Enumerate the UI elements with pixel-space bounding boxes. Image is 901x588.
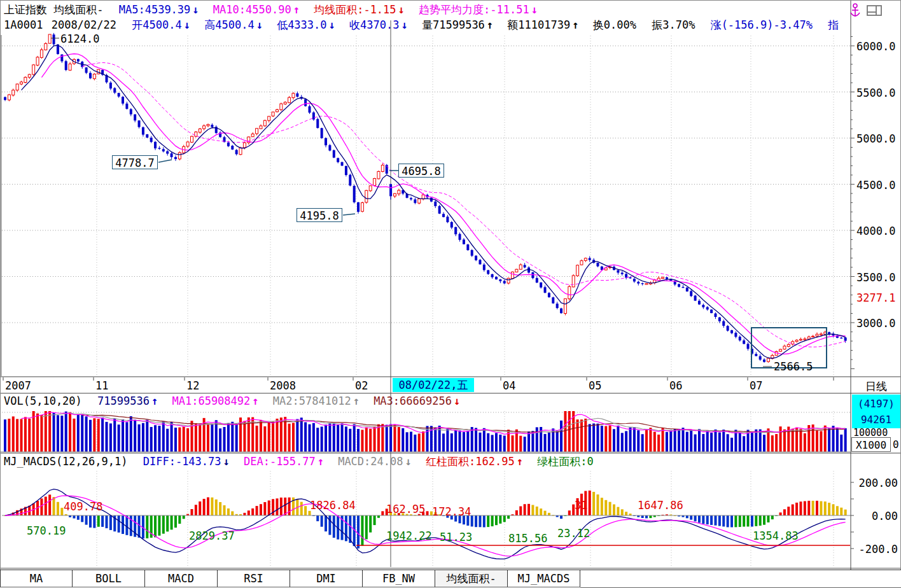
tab-bar-filler [580,570,901,588]
clipped-tail-text: 指 [828,18,839,31]
low-arrow-icon: ↓ [329,18,335,31]
quote-date: 2008/02/22 [52,18,116,31]
peak-price-label: 6124.0 [60,32,99,45]
price-axis-label: 6000.0 [856,40,898,52]
anchor-icon[interactable] [851,4,860,17]
price-axis-label: 5000.0 [856,132,898,144]
date-axis-label: 2007 [5,379,31,392]
high-value: 高4500.4 [204,18,254,31]
change-value: 涨(-156.9)-3.47% [711,18,813,31]
close-value: 收4370.3 [349,18,399,31]
macd-area-annotation: 162.95 [386,503,425,515]
low-value: 低4333.0 [277,18,326,31]
macd-area-annotation: 23.12 [557,527,590,540]
macd-axis-label: -200.0 [853,543,898,554]
macd-area-annotation: 1942.22 [386,529,432,542]
vol-indicator-label: VOL(5,10,20) [4,395,82,407]
price-axis-label: 4500.0 [856,179,898,190]
macd-area-annotation: 172.34 [432,505,471,518]
volume-axis-zero-label: 0 [893,438,899,451]
macd-area-annotation: 409.78 [64,500,102,513]
jul-low-price-label: 2566.5 [774,360,813,373]
vol-ma1-arrow-icon: ↑ [252,395,258,407]
date-axis-label: 05 [589,379,601,392]
green-bar-area-value: 绿柱面积:0 [537,455,593,468]
trend-arrow-icon: ↓ [531,3,538,16]
tab-macd[interactable]: MACD [145,570,218,587]
red-area-arrow-icon: ↑ [517,455,523,468]
selected-date-highlight: 08/02/22,五 [393,378,474,392]
macd-indicator-label: MJ_MACDS(12,26,9,1) [4,455,127,468]
vol-ma2-value: MA2:57841012 [273,395,351,407]
price-axis-label: 3000.0 [856,317,898,328]
price-axis-label: 3500.0 [856,271,898,283]
amount-value: 额11101739 [507,18,570,31]
index-title: 上证指数 均线面积- [4,3,103,16]
open-arrow-icon: ↓ [184,18,190,31]
cursor-info-box: (4197) 94261 [852,395,900,428]
amplitude-value: 振3.70% [652,18,695,31]
vol-value: 71599536 [97,395,150,407]
vol-arrow-icon: ↑ [151,395,158,407]
macd-header: MJ_MACDS(12,26,9,1) DIFF:-143.73↓ DEA:-1… [4,454,849,470]
date-axis-label: 12 [186,379,199,392]
period-label[interactable]: 日线 [852,379,900,394]
macd-axis-label: 200.00 [853,477,898,488]
tab--[interactable]: 均线面积- [435,570,508,587]
turnover-value: 换0.00% [593,18,636,31]
volume-unit-box: X1000 [851,437,891,452]
date-axis-label: 11 [95,379,108,392]
diff-value: DIFF:-143.73 [143,455,221,468]
ma-area-value: 均线面积:-1.15 [314,3,396,16]
date-axis-label: 04 [503,379,515,392]
ma10-value: MA10:4550.90 [213,3,291,16]
date-axis-label: 07 [750,379,762,392]
diff-arrow-icon: ↓ [223,455,230,468]
macd-area-annotation: 570.19 [27,524,66,537]
macd-axis-label: 0.00 [853,510,898,521]
tab-dmi[interactable]: DMI [290,570,363,587]
date-axis-label: 2008 [270,379,296,392]
feb-low-price-label: 4195.8 [297,208,342,222]
indicator-tab-bar: MABOLLMACDRSIDMIFB_NW均线面积-MJ_MACDS [0,570,901,588]
cursor-price-value: (4197) [852,396,900,412]
volume-value: 量71599536 [422,18,485,31]
red-bar-area-value: 红柱面积:162.95 [426,455,515,468]
macd-area-annotation: 1826.84 [310,499,356,512]
vol-ma3-value: MA3:66669256 [374,395,452,407]
macd-area-annotation: 1647.86 [638,499,683,512]
price-axis-label: 4000.0 [856,225,898,236]
ma-area-arrow-icon: ↓ [398,3,405,16]
vol-ma3-arrow-icon: ↓ [454,395,460,407]
tab-mj-macds[interactable]: MJ_MACDS [508,570,580,587]
vol-ma1-value: MA1:65908492 [172,395,250,407]
macd-value: MACD:24.08 [338,455,403,468]
feb-high-price-label: 4695.8 [398,164,444,178]
macd-area-annotation: 51.23 [440,531,472,543]
restore-window-icon[interactable] [867,6,881,15]
marked-price-label: 3277.1 [856,291,895,304]
tab-boll[interactable]: BOLL [73,570,145,587]
tab-ma[interactable]: MA [0,570,73,587]
macd-area-annotation: 1354.83 [753,529,799,542]
volume-header: VOL(5,10,20) 71599536↑ MA1:65908492↑ MA2… [4,395,849,410]
tab-fb-nw[interactable]: FB_NW [363,570,435,587]
ma10-arrow-icon: ↑ [293,3,300,16]
volume-arrow-icon: ↑ [487,18,493,31]
stock-code: 1A0001 [4,18,43,31]
macd-arrow-icon: ↓ [405,455,412,468]
price-axis-label: 5500.0 [856,87,898,98]
ma5-value: MA5:4539.39 [119,3,191,16]
open-value: 开4500.4 [132,18,181,31]
trend-strength-value: 趋势平均力度:-11.51 [419,3,529,16]
ma5-arrow-icon: ↓ [192,3,199,16]
volume-axis-top-label: 100000 [853,427,898,437]
tab-rsi[interactable]: RSI [218,570,290,587]
dea-value: DEA:-155.77 [244,455,316,468]
chart-canvas[interactable]: 31 [0,0,901,588]
cursor-volume-value: 94261 [852,412,900,428]
macd-area-annotation: 815.56 [508,532,547,545]
vol-ma2-arrow-icon: ↑ [353,395,360,407]
date-axis-label: 06 [669,379,682,392]
dea-arrow-icon: ↑ [318,455,324,468]
